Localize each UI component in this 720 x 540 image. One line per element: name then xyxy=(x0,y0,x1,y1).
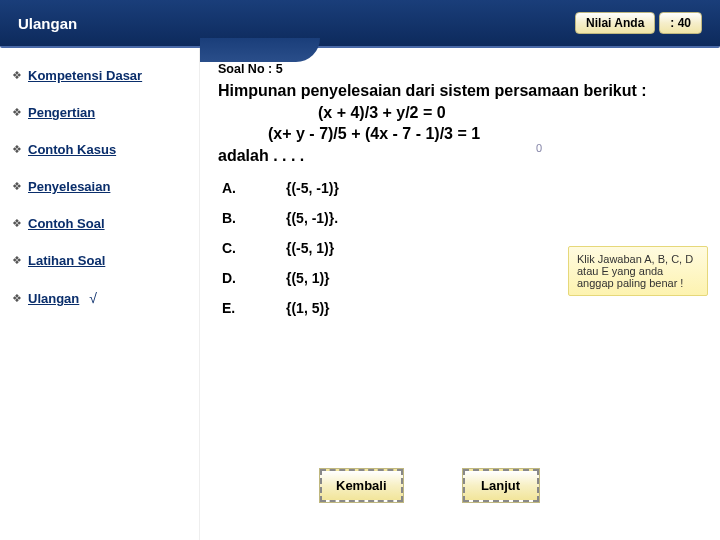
hint-box: Klik Jawaban A, B, C, D atau E yang anda… xyxy=(568,246,708,296)
score-display: Nilai Anda : 40 xyxy=(575,12,702,34)
sidebar-item-latihan-soal[interactable]: ❖ Latihan Soal xyxy=(12,253,187,268)
option-letter: D. xyxy=(222,270,244,286)
sidebar-item-label[interactable]: Contoh Kasus xyxy=(28,142,116,157)
back-button[interactable]: Kembali xyxy=(320,469,403,502)
question-line-3: (x+ y - 7)/5 + (4x - 7 - 1)/3 = 1 xyxy=(218,123,702,145)
question-line-1: Himpunan penyelesaian dari sistem persam… xyxy=(218,82,647,99)
option-text: {(1, 5)} xyxy=(286,300,330,316)
sidebar-item-contoh-soal[interactable]: ❖ Contoh Soal xyxy=(12,216,187,231)
diamond-bullet-icon: ❖ xyxy=(12,180,22,193)
score-value: : 40 xyxy=(659,12,702,34)
option-letter: A. xyxy=(222,180,244,196)
sidebar-item-label[interactable]: Kompetensi Dasar xyxy=(28,68,142,83)
diamond-bullet-icon: ❖ xyxy=(12,217,22,230)
option-letter: C. xyxy=(222,240,244,256)
sidebar-item-penyelesaian[interactable]: ❖ Penyelesaian xyxy=(12,179,187,194)
option-text: {(-5, 1)} xyxy=(286,240,334,256)
nav-buttons: Kembali Lanjut xyxy=(320,469,539,502)
question-line-2: (x + 4)/3 + y/2 = 0 xyxy=(218,102,702,124)
diamond-bullet-icon: ❖ xyxy=(12,254,22,267)
sidebar-item-label[interactable]: Pengertian xyxy=(28,105,95,120)
sidebar-item-pengertian[interactable]: ❖ Pengertian xyxy=(12,105,187,120)
option-letter: E. xyxy=(222,300,244,316)
option-b[interactable]: B. {(5, -1)}. xyxy=(218,210,702,226)
option-e[interactable]: E. {(1, 5)} xyxy=(218,300,702,316)
main-area: ❖ Kompetensi Dasar ❖ Pengertian ❖ Contoh… xyxy=(0,48,720,540)
sidebar: ❖ Kompetensi Dasar ❖ Pengertian ❖ Contoh… xyxy=(0,48,200,540)
diamond-bullet-icon: ❖ xyxy=(12,106,22,119)
sidebar-item-label[interactable]: Ulangan xyxy=(28,291,79,306)
sidebar-item-label[interactable]: Latihan Soal xyxy=(28,253,105,268)
sidebar-item-contoh-kasus[interactable]: ❖ Contoh Kasus xyxy=(12,142,187,157)
content-panel: Soal No : 5 Himpunan penyelesaian dari s… xyxy=(200,48,720,540)
next-button[interactable]: Lanjut xyxy=(463,469,539,502)
option-text: {(5, -1)}. xyxy=(286,210,338,226)
sidebar-item-ulangan[interactable]: ❖ Ulangan √ xyxy=(12,290,187,306)
question-line-4: adalah . . . . xyxy=(218,147,304,164)
page-title: Ulangan xyxy=(18,15,77,32)
option-a[interactable]: A. {(-5, -1)} xyxy=(218,180,702,196)
diamond-bullet-icon: ❖ xyxy=(12,143,22,156)
question-text: Himpunan penyelesaian dari sistem persam… xyxy=(218,80,702,166)
small-badge: 0 xyxy=(536,142,542,154)
sidebar-item-label[interactable]: Contoh Soal xyxy=(28,216,105,231)
option-text: {(-5, -1)} xyxy=(286,180,339,196)
sidebar-item-kompetensi-dasar[interactable]: ❖ Kompetensi Dasar xyxy=(12,68,187,83)
diamond-bullet-icon: ❖ xyxy=(12,292,22,305)
question-number: Soal No : 5 xyxy=(218,62,702,76)
score-label: Nilai Anda xyxy=(575,12,655,34)
header-bar: Ulangan Nilai Anda : 40 xyxy=(0,0,720,48)
header-swoosh-decor xyxy=(200,38,320,62)
option-letter: B. xyxy=(222,210,244,226)
option-text: {(5, 1)} xyxy=(286,270,330,286)
sidebar-item-label[interactable]: Penyelesaian xyxy=(28,179,110,194)
check-icon: √ xyxy=(89,290,97,306)
diamond-bullet-icon: ❖ xyxy=(12,69,22,82)
